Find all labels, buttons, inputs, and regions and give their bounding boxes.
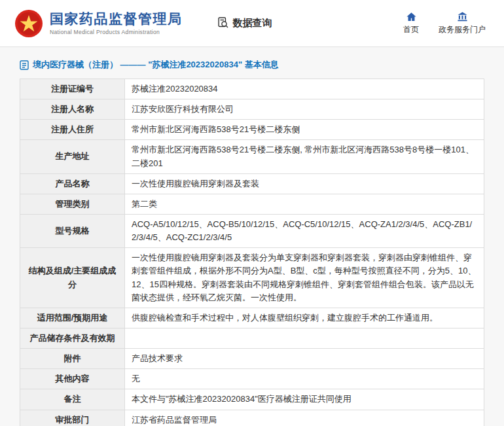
- table-row: 型号规格ACQ-A5/10/12/15、ACQ-B5/10/12/15、ACQ-…: [20, 214, 484, 247]
- row-label: 附件: [20, 349, 125, 369]
- row-label: 注册证编号: [20, 79, 125, 99]
- row-value: 一次性使用腹腔镜用穿刺器及套装: [125, 173, 484, 194]
- row-label: 注册人名称: [20, 99, 125, 120]
- row-label: 型号规格: [20, 214, 125, 247]
- row-value: 一次性使用腹腔镜用穿刺器及套装分为单支穿刺器和穿刺器套装，穿刺器由穿刺锥组件、穿…: [125, 248, 484, 308]
- registration-info-table: 注册证编号苏械注准20232020834注册人名称江苏安欣医疗科技有限公司注册人…: [20, 79, 484, 426]
- document-search-icon: [217, 16, 229, 31]
- row-label: 备注: [20, 389, 125, 410]
- row-value: 无: [125, 369, 484, 389]
- table-row: 注册人住所常州市新北区河海西路538号21号楼二楼东侧: [20, 120, 484, 140]
- table-row: 产品名称一次性使用腹腔镜用穿刺器及套装: [20, 173, 484, 194]
- table-row: 适用范围/预期用途供腹腔镜检查和手术过程中，对人体腹壁组织穿刺，建立腹腔手术的工…: [20, 308, 484, 328]
- row-value: 江苏安欣医疗科技有限公司: [125, 99, 484, 120]
- row-value: 本文件与"苏械注准20232020834"医疗器械注册证共同使用: [125, 389, 484, 410]
- row-value: 第二类: [125, 194, 484, 214]
- row-label: 注册人住所: [20, 120, 125, 140]
- blue-document-icon: [20, 60, 29, 70]
- page-title: 境内医疗器械（注册） ——— "苏械注准20232020834" 基本信息: [20, 59, 484, 71]
- row-value: [125, 328, 484, 348]
- table-row: 生产地址常州市新北区河海西路538号21号楼二楼东侧, 常州市新北区河海西路53…: [20, 140, 484, 173]
- row-label: 产品名称: [20, 173, 125, 194]
- row-label: 适用范围/预期用途: [20, 308, 125, 328]
- org-name-en: National Medical Products Administration: [50, 29, 183, 35]
- row-value: 常州市新北区河海西路538号21号楼二楼东侧: [125, 120, 484, 140]
- row-value: ACQ-A5/10/12/15、ACQ-B5/10/12/15、ACQ-C5/1…: [125, 214, 484, 247]
- table-row: 管理类别第二类: [20, 194, 484, 214]
- row-value: 常州市新北区河海西路538号21号楼二楼东侧, 常州市新北区河海西路538号8号…: [125, 140, 484, 173]
- table-row: 注册证编号苏械注准20232020834: [20, 79, 484, 99]
- nmpa-emblem-logo: [14, 9, 43, 38]
- home-icon: [406, 11, 417, 22]
- info-table-body: 注册证编号苏械注准20232020834注册人名称江苏安欣医疗科技有限公司注册人…: [20, 79, 484, 426]
- table-row: 审批部门江苏省药品监督管理局: [20, 410, 484, 426]
- table-row: 附件产品技术要求: [20, 349, 484, 369]
- table-row: 结构及组成/主要组成成分一次性使用腹腔镜用穿刺器及套装分为单支穿刺器和穿刺器套装…: [20, 248, 484, 308]
- row-label: 产品储存条件及有效期: [20, 328, 125, 348]
- row-label: 审批部门: [20, 410, 125, 426]
- page-title-text: 境内医疗器械（注册） ——— "苏械注准20232020834" 基本信息: [33, 59, 279, 71]
- data-query-label: 数据查询: [233, 17, 272, 29]
- row-value: 江苏省药品监督管理局: [125, 410, 484, 426]
- table-row: 注册人名称江苏安欣医疗科技有限公司: [20, 99, 484, 120]
- table-row: 其他内容无: [20, 369, 484, 389]
- government-building-icon: [457, 11, 468, 22]
- row-value: 苏械注准20232020834: [125, 79, 484, 99]
- main-content: 境内医疗器械（注册） ——— "苏械注准20232020834" 基本信息 注册…: [0, 47, 504, 426]
- row-value: 产品技术要求: [125, 349, 484, 369]
- brand-text: 国家药品监督管理局 National Medical Products Admi…: [50, 11, 183, 35]
- row-value: 供腹腔镜检查和手术过程中，对人体腹壁组织穿刺，建立腹腔手术的工作通道用。: [125, 308, 484, 328]
- top-nav: 首页 政务服务门户: [403, 11, 486, 35]
- home-link[interactable]: 首页: [403, 11, 419, 35]
- row-label: 结构及组成/主要组成成分: [20, 248, 125, 308]
- row-label: 管理类别: [20, 194, 125, 214]
- brand: 国家药品监督管理局 National Medical Products Admi…: [14, 9, 183, 38]
- home-label: 首页: [403, 24, 419, 35]
- table-row: 备注本文件与"苏械注准20232020834"医疗器械注册证共同使用: [20, 389, 484, 410]
- data-query-link[interactable]: 数据查询: [217, 16, 272, 31]
- org-name-cn: 国家药品监督管理局: [50, 11, 183, 27]
- gov-portal-link[interactable]: 政务服务门户: [439, 11, 486, 35]
- row-label: 其他内容: [20, 369, 125, 389]
- portal-label: 政务服务门户: [439, 24, 486, 35]
- table-row: 产品储存条件及有效期: [20, 328, 484, 348]
- top-header: 国家药品监督管理局 National Medical Products Admi…: [0, 0, 504, 47]
- row-label: 生产地址: [20, 140, 125, 173]
